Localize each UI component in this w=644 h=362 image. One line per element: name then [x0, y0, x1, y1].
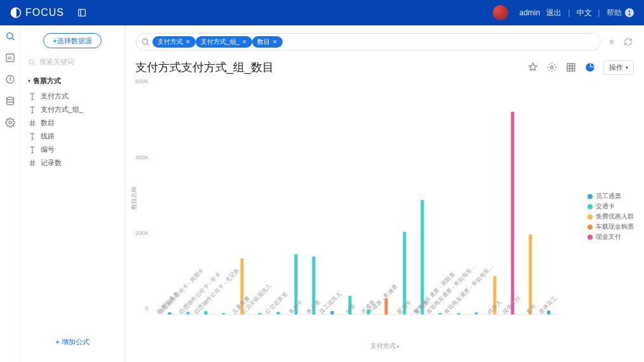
bar[interactable] [222, 313, 225, 314]
avatar[interactable] [493, 5, 508, 20]
left-rail [0, 25, 20, 362]
chart-icon [5, 53, 15, 63]
tag-remove-icon[interactable]: ✕ [272, 39, 278, 45]
clear-query-button[interactable]: ✕ [606, 36, 617, 48]
gear-icon [5, 117, 15, 128]
svg-point-5 [6, 97, 13, 100]
svg-point-9 [551, 66, 553, 69]
legend-item[interactable]: 现金支付 [587, 233, 634, 241]
bar[interactable] [420, 200, 424, 314]
bar-cluster[interactable] [276, 312, 279, 314]
bar[interactable] [457, 313, 460, 314]
bar[interactable] [205, 311, 208, 314]
chart-legend: 员工通票交通卡免费优惠人群车载现金购票现金支付 [587, 191, 634, 243]
rail-data[interactable] [4, 95, 16, 107]
bar[interactable] [330, 311, 333, 314]
database-icon [5, 96, 15, 106]
query-input[interactable]: 支付方式 ✕支付方式_组_ ✕数目 ✕ [135, 33, 601, 51]
text-field-icon [28, 92, 37, 101]
bar-cluster[interactable] [439, 313, 442, 314]
help-count-icon: 1 [625, 8, 634, 17]
sidebar-field[interactable]: 数目 [28, 116, 117, 130]
sidebar-field[interactable]: 编号 [28, 143, 117, 156]
number-field-icon [28, 159, 37, 168]
home-link[interactable] [77, 8, 87, 18]
sidebar-field[interactable]: 支付方式_组_ [28, 103, 117, 116]
bar-cluster[interactable] [330, 311, 333, 314]
sidebar-field[interactable]: 支付方式 [28, 90, 117, 103]
search-icon [5, 31, 15, 41]
chart-title: 支付方式支付方式_组_数目 [135, 60, 521, 75]
sidebar-field[interactable]: 记录数 [28, 156, 117, 170]
bar[interactable] [168, 312, 171, 314]
rail-settings[interactable] [4, 117, 16, 128]
y-axis-label: 数目总和 [130, 187, 138, 210]
refresh-icon [624, 37, 633, 46]
actions-dropdown[interactable]: 操作 [603, 60, 634, 75]
add-formula-link[interactable]: + 增加公式 [28, 337, 117, 354]
header-right: admin 退出 | 中文 | 帮助 1 [493, 5, 634, 20]
bar-cluster[interactable] [475, 312, 478, 314]
clock-icon [5, 74, 15, 84]
query-tag[interactable]: 数目 ✕ [252, 36, 283, 48]
chart-view-button[interactable] [583, 60, 597, 74]
pie-icon [585, 62, 595, 72]
sidebar-panel: + 选择数据源 搜索关键词 售票方式 支付方式支付方式_组_数目线路编号记录数 … [20, 25, 125, 362]
sidebar-field-list: 支付方式支付方式_组_数目线路编号记录数 [28, 90, 117, 170]
app-logo[interactable]: FOCUS [10, 7, 64, 18]
svg-point-7 [29, 60, 34, 64]
bar-cluster[interactable] [511, 112, 514, 314]
home-icon [77, 8, 87, 18]
select-source-button[interactable]: + 选择数据源 [43, 33, 101, 48]
bar-cluster[interactable] [420, 200, 424, 314]
legend-item[interactable]: 免费优惠人群 [587, 213, 634, 221]
bar[interactable] [475, 312, 478, 314]
gear-icon [547, 62, 557, 72]
lang-toggle[interactable]: 中文 [577, 8, 592, 18]
bar-cluster[interactable] [457, 313, 460, 314]
logout-link[interactable]: 退出 [546, 8, 561, 18]
rail-history[interactable] [4, 74, 16, 85]
text-field-icon [28, 105, 37, 114]
app-name: FOCUS [25, 7, 64, 18]
tag-remove-icon[interactable]: ✕ [185, 39, 191, 45]
table-view-button[interactable] [564, 60, 578, 74]
query-tag[interactable]: 支付方式_组_ ✕ [196, 36, 252, 48]
chart-area: 0 200K 400K 600K 数目总和 伯恩交通票伯恩物件公司卡 - 周期卡… [135, 80, 634, 353]
logo-icon [10, 7, 22, 18]
bar-cluster[interactable] [258, 313, 262, 314]
bar-cluster[interactable] [168, 312, 171, 314]
rail-chart[interactable] [4, 52, 16, 64]
legend-item[interactable]: 交通卡 [587, 203, 634, 211]
bar-cluster[interactable] [205, 311, 208, 314]
bar[interactable] [258, 313, 262, 314]
username[interactable]: admin [520, 8, 540, 17]
app-header: FOCUS admin 退出 | 中文 | 帮助 1 [0, 0, 644, 25]
help-link[interactable]: 帮助 1 [607, 8, 634, 18]
svg-point-6 [9, 121, 11, 124]
plot-area[interactable]: 伯恩交通票伯恩物件公司卡 - 周期卡伯恩物件公司卡 - 学卡伯恩物件公司卡 - … [161, 88, 558, 315]
svg-point-8 [142, 39, 147, 44]
refresh-button[interactable] [622, 36, 634, 48]
sidebar-search[interactable]: 搜索关键词 [28, 57, 117, 67]
table-icon [566, 62, 576, 72]
tag-remove-icon[interactable]: ✕ [242, 39, 247, 45]
sidebar-field[interactable]: 线路 [28, 130, 117, 143]
svg-rect-10 [567, 64, 575, 71]
config-button[interactable] [545, 60, 559, 74]
bar[interactable] [276, 312, 279, 314]
query-tag[interactable]: 支付方式 ✕ [152, 36, 196, 48]
x-axis-label[interactable]: 支付方式 [370, 342, 399, 351]
bar-cluster[interactable] [222, 313, 225, 314]
pin-icon [528, 62, 538, 72]
bar[interactable] [439, 313, 442, 314]
legend-item[interactable]: 员工通票 [587, 192, 634, 201]
text-field-icon [28, 145, 37, 154]
sidebar-group-title[interactable]: 售票方式 [28, 76, 117, 86]
legend-item[interactable]: 车载现金购票 [587, 223, 634, 231]
bar[interactable] [511, 112, 514, 314]
main-area: 支付方式 ✕支付方式_组_ ✕数目 ✕ ✕ 支付方式支付方式_组_数目 操作 0… [125, 25, 644, 362]
x-tick-label: 老年 [525, 302, 538, 316]
rail-search[interactable] [4, 30, 16, 42]
pin-button[interactable] [526, 60, 540, 74]
